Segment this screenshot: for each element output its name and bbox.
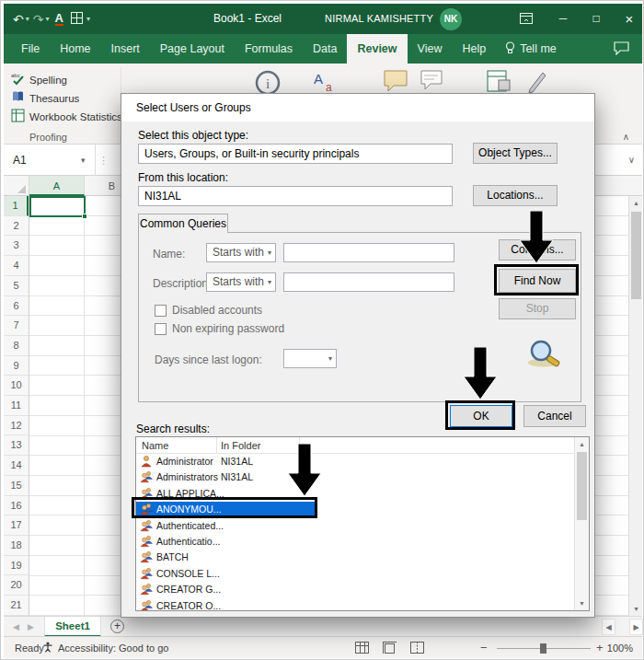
columns-button[interactable]: Columns... — [499, 239, 576, 261]
hscroll-right-icon[interactable]: ▶ — [629, 619, 643, 635]
avatar[interactable]: NK — [440, 8, 462, 30]
row-header-17[interactable]: 17 — [4, 515, 29, 536]
ribbon-tab-formulas[interactable]: Formulas — [235, 34, 303, 64]
redo-dropdown-icon[interactable]: ▾ — [45, 15, 49, 23]
thesaurus-button[interactable]: Thesaurus — [11, 90, 79, 106]
column-header-name[interactable]: Name — [142, 437, 168, 454]
sheet-nav-right-icon[interactable]: ▶ — [28, 617, 34, 637]
object-types-button[interactable]: Object Types... — [473, 143, 558, 164]
row-header-4[interactable]: 4 — [4, 256, 29, 276]
customize-qat-icon[interactable]: ▾ — [86, 15, 90, 23]
close-button[interactable]: × — [615, 4, 644, 34]
non-expiring-password-checkbox[interactable] — [155, 323, 167, 335]
accessibility-status[interactable]: Accessibility: Good to go — [42, 637, 168, 659]
ribbon-display-options-icon[interactable] — [512, 4, 541, 34]
row-header-10[interactable]: 10 — [4, 376, 29, 396]
normal-view-icon[interactable] — [355, 642, 369, 655]
row-header-19[interactable]: 19 — [4, 556, 29, 576]
sheet-tab-sheet1[interactable]: Sheet1 — [44, 617, 101, 637]
row-header-16[interactable]: 16 — [4, 496, 29, 516]
scroll-down-icon[interactable]: ▼ — [575, 596, 589, 610]
account-name[interactable]: NIRMAL KAMISHETTY — [321, 4, 433, 34]
row-header-2[interactable]: 2 — [4, 216, 29, 237]
new-sheet-button[interactable]: + — [110, 619, 124, 633]
formula-bar-splitter[interactable]: ⋮ — [98, 145, 109, 176]
name-operator-select[interactable]: Starts with ▾ — [206, 243, 276, 262]
zoom-level[interactable]: 100% — [607, 637, 633, 659]
row-header-9[interactable]: 9 — [4, 356, 29, 376]
row-header-11[interactable]: 11 — [4, 396, 29, 416]
description-input[interactable] — [283, 272, 454, 292]
name-box[interactable]: A1 ▾ — [4, 145, 96, 176]
result-row[interactable]: AdministratorNI31AL — [136, 454, 575, 469]
result-row[interactable]: Authenticated... — [136, 518, 575, 534]
redo-icon[interactable]: ↷ — [33, 12, 44, 27]
result-row[interactable]: ALL APPLICA... — [136, 486, 575, 502]
result-row[interactable]: ANONYMOU... — [136, 502, 575, 517]
row-header-3[interactable]: 3 — [4, 236, 29, 256]
fill-handle[interactable] — [82, 214, 87, 219]
dialog-close-icon[interactable] — [559, 96, 592, 120]
result-row[interactable]: Authenticatio... — [136, 534, 575, 550]
scroll-down-icon[interactable]: ▼ — [629, 602, 643, 616]
row-header-14[interactable]: 14 — [4, 456, 29, 476]
undo-icon[interactable]: ↶ — [13, 12, 24, 27]
locations-button[interactable]: Locations... — [473, 185, 558, 206]
vertical-scrollbar-thumb[interactable] — [631, 212, 641, 299]
ribbon-tab-data[interactable]: Data — [303, 34, 347, 64]
tell-me[interactable]: Tell me — [505, 34, 557, 64]
minimize-button[interactable]: ─ — [548, 4, 578, 34]
location-field[interactable]: NI31AL — [138, 186, 453, 206]
row-header-18[interactable]: 18 — [4, 536, 29, 556]
page-break-view-icon[interactable] — [410, 642, 424, 655]
maximize-button[interactable]: □ — [581, 4, 611, 34]
row-header-1[interactable]: 1 — [4, 196, 29, 216]
row-header-8[interactable]: 8 — [4, 336, 29, 356]
row-header-5[interactable]: 5 — [4, 276, 29, 296]
common-queries-tab[interactable]: Common Queries — [138, 214, 228, 233]
workbook-statistics-button[interactable]: Workbook Statistics — [11, 109, 122, 124]
ribbon-tab-help[interactable]: Help — [452, 34, 496, 64]
stop-button[interactable]: Stop — [499, 298, 576, 319]
page-layout-view-icon[interactable] — [383, 642, 397, 655]
comments-icon[interactable] — [614, 41, 629, 59]
undo-dropdown-icon[interactable]: ▾ — [26, 15, 29, 23]
search-results-list[interactable]: Name In Folder AdministratorNI31ALAdmini… — [135, 436, 590, 611]
result-row[interactable]: AdministratorsNI31AL — [136, 469, 575, 485]
row-header-7[interactable]: 7 — [4, 316, 29, 336]
select-all-corner[interactable] — [4, 176, 29, 196]
ribbon-tab-insert[interactable]: Insert — [101, 34, 150, 64]
formula-bar-expand-icon[interactable]: ∨ — [628, 145, 635, 176]
zoom-in-icon[interactable]: + — [596, 637, 604, 659]
column-separator[interactable] — [216, 437, 217, 454]
ribbon-tab-file[interactable]: File — [11, 34, 50, 64]
borders-icon[interactable] — [71, 11, 83, 28]
find-now-button[interactable]: Find Now — [499, 269, 576, 293]
result-row[interactable]: CREATOR G... — [136, 582, 575, 597]
ribbon-tab-home[interactable]: Home — [50, 34, 100, 64]
row-header-12[interactable]: 12 — [4, 416, 29, 436]
ribbon-tab-page-layout[interactable]: Page Layout — [150, 34, 235, 64]
name-box-dropdown-icon[interactable]: ▾ — [81, 145, 86, 176]
description-operator-select[interactable]: Starts with ▾ — [206, 272, 276, 292]
row-header-20[interactable]: 20 — [4, 575, 29, 596]
cancel-button[interactable]: Cancel — [523, 405, 586, 427]
result-row[interactable]: CONSOLE L... — [136, 566, 575, 582]
zoom-slider-thumb[interactable] — [540, 643, 546, 654]
spelling-button[interactable]: abc Spelling — [11, 72, 67, 87]
underline-icon[interactable]: A — [55, 12, 63, 26]
result-row[interactable]: BATCH — [136, 550, 575, 565]
sheet-nav-left-icon[interactable]: ◀ — [13, 617, 19, 637]
row-header-6[interactable]: 6 — [4, 296, 29, 317]
hscroll-left-icon[interactable]: ◀ — [602, 619, 615, 635]
column-separator[interactable] — [299, 437, 300, 454]
zoom-out-icon[interactable]: − — [480, 637, 488, 659]
name-input[interactable] — [283, 243, 454, 262]
selected-cell-a1[interactable] — [29, 196, 86, 217]
vertical-scrollbar[interactable]: ▲ ▼ — [628, 196, 642, 616]
scroll-up-icon[interactable]: ▲ — [629, 196, 643, 210]
row-header-15[interactable]: 15 — [4, 476, 29, 496]
list-vertical-scrollbar[interactable]: ▲ ▼ — [574, 437, 589, 610]
result-row[interactable]: CREATOR O... — [136, 598, 575, 611]
object-type-field[interactable]: Users, Groups, or Built-in security prin… — [138, 144, 453, 164]
